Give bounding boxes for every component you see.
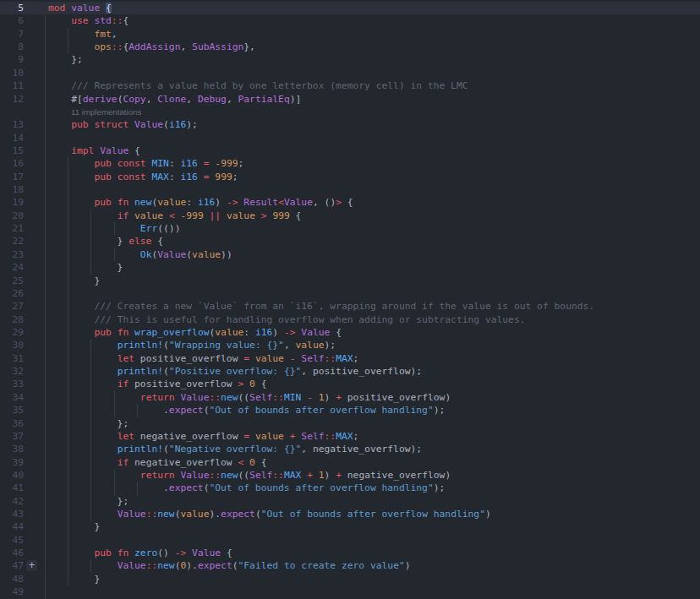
code-token: ::: [146, 560, 158, 571]
code-line-content[interactable]: /// Represents a value held by one lette…: [48, 79, 700, 92]
line-number[interactable]: 13: [0, 118, 24, 131]
code-line-content[interactable]: Err(()): [48, 222, 700, 235]
line-number[interactable]: 37: [0, 430, 24, 443]
code-line-content[interactable]: [48, 132, 700, 144]
line-number[interactable]: 36: [0, 417, 24, 430]
line-number[interactable]: 23: [0, 248, 24, 261]
line-number[interactable]: 27: [0, 300, 24, 313]
code-line-content[interactable]: if negative_overflow < 0 {: [48, 456, 700, 469]
code-line-content[interactable]: }: [48, 520, 700, 533]
code-line-content[interactable]: };: [48, 417, 700, 430]
line-number[interactable]: 41: [0, 482, 24, 494]
line-number[interactable]: 32: [0, 365, 24, 378]
line-number[interactable]: 5: [0, 2, 24, 14]
code-line-content[interactable]: println!("Wrapping value: {}", value);: [48, 339, 700, 351]
line-number[interactable]: 29: [0, 326, 24, 339]
line-number[interactable]: 34: [0, 391, 24, 404]
indent-guide: [68, 495, 68, 508]
line-number[interactable]: 46: [0, 547, 24, 559]
line-number[interactable]: 24: [0, 261, 24, 274]
line-number[interactable]: 14: [0, 132, 24, 144]
line-number[interactable]: 43: [0, 508, 24, 520]
line-number[interactable]: 6: [0, 14, 24, 27]
code-line-content[interactable]: Value::new(0).expect("Failed to create z…: [48, 559, 700, 572]
line-number[interactable]: 47: [0, 559, 24, 572]
code-line-content[interactable]: };: [48, 53, 700, 66]
code-line-content[interactable]: let positive_overflow = value - Self::MA…: [48, 352, 700, 365]
code-line-content[interactable]: println!("Positive overflow: {}", positi…: [48, 365, 700, 378]
gutter-plus-button[interactable]: +: [26, 560, 37, 571]
code-lens[interactable]: 11 implementations: [48, 106, 700, 118]
code-line-content[interactable]: pub fn zero() -> Value {: [48, 547, 700, 559]
code-line-content[interactable]: [48, 183, 700, 196]
line-number[interactable]: 22: [0, 235, 24, 248]
line-number[interactable]: 25: [0, 275, 24, 287]
code-line-content[interactable]: pub const MAX: i16 = 999;: [48, 171, 700, 183]
code-token: Value: [157, 249, 186, 260]
line-number[interactable]: 49: [0, 585, 24, 598]
code-line-content[interactable]: pub fn new(value: i16) -> Result<Value, …: [48, 196, 700, 209]
code-line-content[interactable]: }: [48, 275, 700, 287]
line-number[interactable]: 31: [0, 352, 24, 365]
code-line-content[interactable]: ops::{AddAssign, SubAssign},: [48, 41, 700, 53]
line-number[interactable]: 45: [0, 534, 24, 547]
line-number[interactable]: 12: [0, 93, 24, 106]
code-line-content[interactable]: Value::new(value).expect("Out of bounds …: [48, 508, 700, 520]
line-number[interactable]: 21: [0, 222, 24, 235]
indent-guide: [137, 404, 138, 417]
code-line-content[interactable]: pub struct Value(i16);: [48, 118, 700, 131]
line-number[interactable]: 19: [0, 196, 24, 209]
code-line-content[interactable]: use std::{: [48, 14, 700, 27]
code-line-content[interactable]: .expect("Out of bounds after overflow ha…: [48, 404, 700, 417]
code-line-content[interactable]: mod value {: [48, 2, 700, 14]
line-number[interactable]: 48: [0, 573, 24, 585]
code-token: ||: [210, 210, 221, 221]
code-line-content[interactable]: [48, 67, 700, 79]
line-number[interactable]: 20: [0, 210, 24, 222]
code-line-content[interactable]: if value < -999 || value > 999 {: [48, 210, 700, 222]
code-line-content[interactable]: /// This is useful for handling overflow…: [48, 313, 700, 326]
code-line-content[interactable]: /// Creates a new `Value` from an `i16`,…: [48, 300, 700, 313]
line-number[interactable]: 26: [0, 287, 24, 300]
code-line-content[interactable]: Ok(Value(value)): [48, 248, 700, 261]
code-line-content[interactable]: return Value::new((Self::MIN - 1) + posi…: [48, 391, 700, 404]
line-number[interactable]: 11: [0, 79, 24, 92]
line-number[interactable]: 17: [0, 171, 24, 183]
code-line-content[interactable]: if positive_overflow > 0 {: [48, 378, 700, 390]
code-token: [48, 301, 94, 312]
line-number[interactable]: 42: [0, 495, 24, 508]
line-number[interactable]: 8: [0, 41, 24, 53]
line-number[interactable]: 15: [0, 144, 24, 157]
line-number[interactable]: 10: [0, 67, 24, 79]
code-line-content[interactable]: pub fn wrap_overflow(value: i16) -> Valu…: [48, 326, 700, 339]
code-line-content[interactable]: fmt,: [48, 28, 700, 41]
line-number[interactable]: 9: [0, 53, 24, 66]
line-number[interactable]: 16: [0, 157, 24, 170]
line-number[interactable]: 30: [0, 339, 24, 351]
line-number[interactable]: 7: [0, 28, 24, 41]
indent-guide: [68, 469, 68, 482]
code-line-content[interactable]: println!("Negative overflow: {}", negati…: [48, 443, 700, 455]
code-line-content[interactable]: [48, 287, 700, 300]
line-number[interactable]: 18: [0, 183, 24, 196]
line-number[interactable]: 44: [0, 520, 24, 533]
code-line-content[interactable]: [48, 585, 700, 598]
line-number[interactable]: 38: [0, 443, 24, 455]
line-number[interactable]: 39: [0, 456, 24, 469]
line-number[interactable]: 35: [0, 404, 24, 417]
code-line-content[interactable]: } else {: [48, 235, 700, 248]
code-line-content[interactable]: #[derive(Copy, Clone, Debug, PartialEq)]: [48, 93, 700, 106]
code-line-content[interactable]: return Value::new((Self::MAX + 1) + nega…: [48, 469, 700, 482]
code-lens-implementations[interactable]: 11 implementations: [71, 107, 141, 117]
code-line-content[interactable]: impl Value {: [48, 144, 700, 157]
code-line-content[interactable]: [48, 534, 700, 547]
code-line-content[interactable]: }: [48, 261, 700, 274]
line-number[interactable]: 28: [0, 313, 24, 326]
line-number[interactable]: 40: [0, 469, 24, 482]
code-line-content[interactable]: pub const MIN: i16 = -999;: [48, 157, 700, 170]
code-line-content[interactable]: }: [48, 573, 700, 585]
code-line-content[interactable]: let negative_overflow = value + Self::MA…: [48, 430, 700, 443]
code-line-content[interactable]: .expect("Out of bounds after overflow ha…: [48, 482, 700, 494]
line-number[interactable]: 33: [0, 378, 24, 390]
code-line-content[interactable]: };: [48, 495, 700, 508]
